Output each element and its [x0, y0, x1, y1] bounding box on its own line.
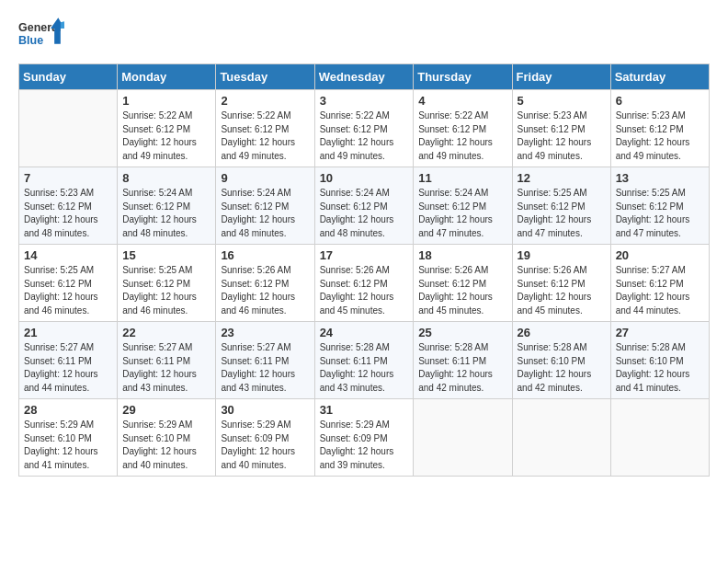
day-cell [19, 90, 118, 167]
day-cell: 12Sunrise: 5:25 AMSunset: 6:12 PMDayligh… [512, 167, 610, 245]
day-info: Sunrise: 5:24 AMSunset: 6:12 PMDaylight:… [122, 187, 210, 240]
day-number: 23 [221, 326, 309, 339]
day-info: Sunrise: 5:23 AMSunset: 6:12 PMDaylight:… [616, 109, 704, 163]
day-number: 30 [221, 403, 309, 417]
logo-bird-icon: General Blue [18, 15, 64, 56]
logo: General Blue [18, 15, 64, 56]
day-cell: 19Sunrise: 5:26 AMSunset: 6:12 PMDayligh… [512, 245, 610, 322]
day-number: 5 [518, 94, 606, 108]
day-number: 16 [221, 248, 309, 262]
day-number: 19 [518, 248, 606, 262]
day-info: Sunrise: 5:26 AMSunset: 6:12 PMDaylight:… [221, 264, 309, 317]
day-info: Sunrise: 5:27 AMSunset: 6:11 PMDaylight:… [24, 341, 112, 395]
day-cell: 13Sunrise: 5:25 AMSunset: 6:12 PMDayligh… [610, 167, 709, 245]
day-number: 26 [518, 326, 606, 339]
day-cell: 4Sunrise: 5:22 AMSunset: 6:12 PMDaylight… [414, 90, 512, 167]
day-cell: 2Sunrise: 5:22 AMSunset: 6:12 PMDaylight… [216, 90, 314, 167]
day-cell: 25Sunrise: 5:28 AMSunset: 6:11 PMDayligh… [414, 322, 512, 399]
day-number: 4 [418, 94, 506, 108]
day-info: Sunrise: 5:23 AMSunset: 6:12 PMDaylight:… [24, 187, 112, 240]
day-info: Sunrise: 5:24 AMSunset: 6:12 PMDaylight:… [418, 187, 506, 240]
week-row-5: 28Sunrise: 5:29 AMSunset: 6:10 PMDayligh… [19, 399, 710, 477]
day-number: 1 [122, 94, 210, 108]
day-cell: 1Sunrise: 5:22 AMSunset: 6:12 PMDaylight… [118, 90, 216, 167]
day-info: Sunrise: 5:22 AMSunset: 6:12 PMDaylight:… [122, 109, 210, 163]
day-info: Sunrise: 5:25 AMSunset: 6:12 PMDaylight:… [518, 187, 606, 240]
day-cell: 28Sunrise: 5:29 AMSunset: 6:10 PMDayligh… [19, 399, 118, 477]
day-number: 2 [221, 94, 309, 108]
day-number: 24 [320, 326, 409, 339]
day-cell: 7Sunrise: 5:23 AMSunset: 6:12 PMDaylight… [19, 167, 118, 245]
day-cell: 6Sunrise: 5:23 AMSunset: 6:12 PMDaylight… [610, 90, 709, 167]
day-number: 8 [122, 171, 210, 185]
day-info: Sunrise: 5:22 AMSunset: 6:12 PMDaylight:… [320, 109, 409, 163]
day-cell: 27Sunrise: 5:28 AMSunset: 6:10 PMDayligh… [610, 322, 709, 399]
day-number: 15 [122, 248, 210, 262]
header-friday: Friday [512, 64, 610, 90]
day-info: Sunrise: 5:27 AMSunset: 6:11 PMDaylight:… [221, 341, 309, 395]
day-info: Sunrise: 5:26 AMSunset: 6:12 PMDaylight:… [418, 264, 506, 317]
day-number: 3 [320, 94, 409, 108]
day-number: 21 [24, 326, 112, 339]
day-cell: 21Sunrise: 5:27 AMSunset: 6:11 PMDayligh… [19, 322, 118, 399]
day-number: 29 [122, 403, 210, 417]
header-saturday: Saturday [610, 64, 709, 90]
day-number: 18 [418, 248, 506, 262]
header: General Blue [18, 15, 710, 56]
day-info: Sunrise: 5:22 AMSunset: 6:12 PMDaylight:… [418, 109, 506, 163]
day-cell [512, 399, 610, 477]
week-row-1: 1Sunrise: 5:22 AMSunset: 6:12 PMDaylight… [19, 90, 710, 167]
day-cell: 30Sunrise: 5:29 AMSunset: 6:09 PMDayligh… [216, 399, 314, 477]
svg-text:Blue: Blue [18, 34, 43, 47]
day-info: Sunrise: 5:23 AMSunset: 6:12 PMDaylight:… [518, 109, 606, 163]
day-cell: 17Sunrise: 5:26 AMSunset: 6:12 PMDayligh… [314, 245, 414, 322]
day-cell: 26Sunrise: 5:28 AMSunset: 6:10 PMDayligh… [512, 322, 610, 399]
day-cell: 8Sunrise: 5:24 AMSunset: 6:12 PMDaylight… [118, 167, 216, 245]
day-cell: 9Sunrise: 5:24 AMSunset: 6:12 PMDaylight… [216, 167, 314, 245]
day-info: Sunrise: 5:24 AMSunset: 6:12 PMDaylight:… [221, 187, 309, 240]
day-number: 27 [616, 326, 704, 339]
day-number: 6 [616, 94, 704, 108]
day-number: 7 [24, 171, 112, 185]
day-cell: 24Sunrise: 5:28 AMSunset: 6:11 PMDayligh… [314, 322, 414, 399]
day-info: Sunrise: 5:28 AMSunset: 6:10 PMDaylight:… [518, 341, 606, 395]
day-cell: 10Sunrise: 5:24 AMSunset: 6:12 PMDayligh… [314, 167, 414, 245]
week-row-3: 14Sunrise: 5:25 AMSunset: 6:12 PMDayligh… [19, 245, 710, 322]
day-cell: 15Sunrise: 5:25 AMSunset: 6:12 PMDayligh… [118, 245, 216, 322]
day-info: Sunrise: 5:27 AMSunset: 6:12 PMDaylight:… [616, 264, 704, 317]
day-info: Sunrise: 5:22 AMSunset: 6:12 PMDaylight:… [221, 109, 309, 163]
day-number: 20 [616, 248, 704, 262]
day-info: Sunrise: 5:24 AMSunset: 6:12 PMDaylight:… [320, 187, 409, 240]
day-number: 10 [320, 171, 409, 185]
header-tuesday: Tuesday [216, 64, 314, 90]
day-number: 14 [24, 248, 112, 262]
day-cell: 14Sunrise: 5:25 AMSunset: 6:12 PMDayligh… [19, 245, 118, 322]
day-info: Sunrise: 5:29 AMSunset: 6:09 PMDaylight:… [221, 419, 309, 472]
day-number: 12 [518, 171, 606, 185]
day-info: Sunrise: 5:25 AMSunset: 6:12 PMDaylight:… [122, 264, 210, 317]
day-cell [610, 399, 709, 477]
day-number: 13 [616, 171, 704, 185]
day-cell: 31Sunrise: 5:29 AMSunset: 6:09 PMDayligh… [314, 399, 414, 477]
week-row-4: 21Sunrise: 5:27 AMSunset: 6:11 PMDayligh… [19, 322, 710, 399]
day-cell: 18Sunrise: 5:26 AMSunset: 6:12 PMDayligh… [414, 245, 512, 322]
day-cell: 5Sunrise: 5:23 AMSunset: 6:12 PMDaylight… [512, 90, 610, 167]
calendar-header-row: SundayMondayTuesdayWednesdayThursdayFrid… [19, 64, 710, 90]
day-info: Sunrise: 5:26 AMSunset: 6:12 PMDaylight:… [320, 264, 409, 317]
day-info: Sunrise: 5:29 AMSunset: 6:10 PMDaylight:… [122, 419, 210, 472]
day-number: 9 [221, 171, 309, 185]
day-cell: 16Sunrise: 5:26 AMSunset: 6:12 PMDayligh… [216, 245, 314, 322]
day-number: 28 [24, 403, 112, 417]
header-wednesday: Wednesday [314, 64, 414, 90]
day-cell: 22Sunrise: 5:27 AMSunset: 6:11 PMDayligh… [118, 322, 216, 399]
day-info: Sunrise: 5:25 AMSunset: 6:12 PMDaylight:… [616, 187, 704, 240]
day-cell [414, 399, 512, 477]
day-info: Sunrise: 5:27 AMSunset: 6:11 PMDaylight:… [122, 341, 210, 395]
day-info: Sunrise: 5:28 AMSunset: 6:11 PMDaylight:… [320, 341, 409, 395]
day-cell: 11Sunrise: 5:24 AMSunset: 6:12 PMDayligh… [414, 167, 512, 245]
day-info: Sunrise: 5:29 AMSunset: 6:09 PMDaylight:… [320, 419, 409, 472]
day-number: 17 [320, 248, 409, 262]
day-info: Sunrise: 5:25 AMSunset: 6:12 PMDaylight:… [24, 264, 112, 317]
day-number: 22 [122, 326, 210, 339]
day-info: Sunrise: 5:28 AMSunset: 6:11 PMDaylight:… [418, 341, 506, 395]
